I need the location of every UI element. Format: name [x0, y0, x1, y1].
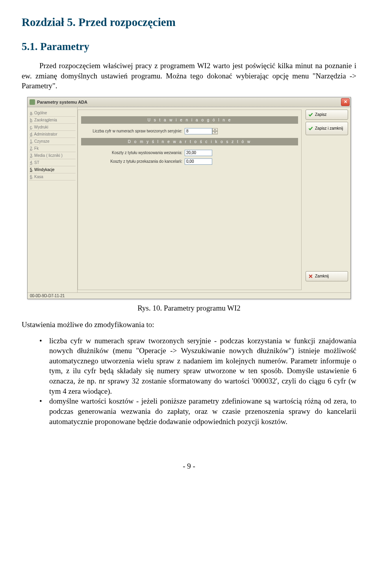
field-row-cost2: Koszty z tytułu przekazania do kancelari…: [78, 157, 301, 166]
close-icon: ✕: [344, 99, 347, 104]
section-header-general: U s t a w i e n i a o g ó l n e: [81, 116, 298, 124]
app-icon: [30, 99, 35, 105]
sidebar-item-wydruki[interactable]: c. Wydruki: [29, 124, 76, 131]
intro-paragraph: Przed rozpoczęciem właściwej pracy z pro…: [22, 61, 356, 91]
check-icon: [308, 112, 313, 117]
window-title: Parametry systemu ADA: [37, 100, 341, 104]
sidebar-item-media[interactable]: 3. Media ( liczniki ): [29, 152, 76, 159]
sidebar-item-zaokraglenia[interactable]: b. Zaokrąglenia: [29, 117, 76, 124]
field-label-cost1: Koszty z tytułu wystosowania wezwania:: [78, 151, 185, 155]
status-bar: 00-0D-9D-D7-11-21: [28, 292, 350, 299]
check-icon: [308, 126, 313, 131]
save-button-label: Zapisz: [315, 112, 326, 117]
titlebar: Parametry systemu ADA ✕: [28, 97, 350, 107]
sidebar-item-ogolne[interactable]: a. Ogólne: [29, 110, 76, 117]
field-row-digits: Liczba cyfr w numerach spraw tworzonych …: [78, 127, 301, 136]
settings-intro: Ustawienia możliwe do zmodyfikowania to:: [22, 320, 356, 330]
close-window-button[interactable]: Zamknij: [306, 271, 348, 281]
section-title: 5.1. Parametry: [22, 41, 356, 53]
digits-spinner[interactable]: ▲ ▼: [212, 128, 218, 134]
close-button[interactable]: ✕: [341, 98, 350, 106]
spin-down-icon[interactable]: ▼: [212, 131, 218, 134]
section-header-costs: D o m y ś l n e w a r t o ś c i k o s z …: [81, 138, 298, 145]
sidebar-item-windykacje[interactable]: 5. Windykacje: [29, 166, 76, 173]
digits-input[interactable]: [185, 128, 212, 134]
page-number: - 9 -: [22, 462, 356, 471]
field-row-cost1: Koszty z tytułu wystosowania wezwania:: [78, 149, 301, 157]
cost2-input[interactable]: [185, 158, 212, 165]
spin-up-icon[interactable]: ▲: [212, 128, 218, 131]
center-panel: U s t a w i e n i a o g ó l n e Liczba c…: [78, 110, 302, 290]
parameters-window: Parametry systemu ADA ✕ a. Ogólne b. Zao…: [27, 97, 351, 299]
chapter-title: Rozdział 5. Przed rozpoczęciem: [22, 16, 356, 29]
save-button[interactable]: Zapisz: [306, 110, 348, 120]
window-body: a. Ogólne b. Zaokrąglenia c. Wydruki d. …: [28, 107, 350, 292]
figure-caption: Rys. 10. Parametry programu WI2: [22, 304, 356, 313]
sidebar-item-fk[interactable]: 2. Fk: [29, 145, 76, 152]
field-label-cost2: Koszty z tytułu przekazania do kancelari…: [78, 159, 185, 164]
sidebar-item-st[interactable]: 4. ST: [29, 159, 76, 166]
bullet-item-2: domyślne wartości kosztów - jeżeli poniż…: [49, 396, 356, 426]
cost1-input[interactable]: [185, 150, 212, 156]
sidebar: a. Ogólne b. Zaokrąglenia c. Wydruki d. …: [28, 107, 78, 292]
x-icon: [308, 274, 313, 279]
sidebar-item-kasa[interactable]: 6. Kasa: [29, 173, 76, 180]
close-window-button-label: Zamknij: [315, 274, 329, 278]
save-close-button-label: Zapisz i zamknij: [315, 127, 343, 130]
field-label-digits: Liczba cyfr w numerach spraw tworzonych …: [78, 129, 185, 133]
sidebar-item-administrator[interactable]: d. Administrator: [29, 131, 76, 138]
right-panel: Zapisz Zapisz i zamknij Zamknij: [303, 107, 350, 292]
save-close-button[interactable]: Zapisz i zamknij: [306, 122, 348, 135]
sidebar-item-czynsze[interactable]: 1. Czynsze: [29, 138, 76, 145]
bullet-item-1: liczba cyfr w numerach spraw tworzonych …: [49, 336, 356, 396]
